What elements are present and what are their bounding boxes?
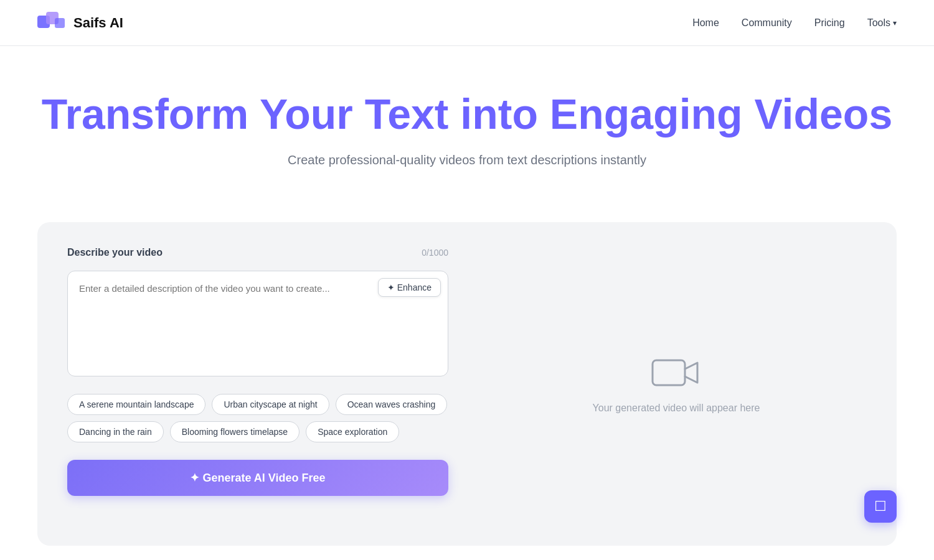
hero-title: Transform Your Text into Engaging Videos: [37, 90, 897, 138]
nav-link-home[interactable]: Home: [692, 17, 719, 28]
chevron-down-icon: ▾: [893, 19, 897, 27]
video-placeholder: Your generated video will appear here: [593, 354, 760, 414]
navbar: Saifs AI Home Community Pricing Tools ▾: [0, 0, 934, 46]
suggestion-chip-mountain[interactable]: A serene mountain landscape: [67, 394, 205, 415]
left-panel: Describe your video 0/1000 ✦ Enhance A s…: [67, 247, 448, 521]
svg-rect-3: [653, 360, 685, 385]
generate-button[interactable]: ✦ Generate AI Video Free: [67, 460, 448, 496]
enhance-label: ✦ Enhance: [387, 282, 432, 292]
main-card: Describe your video 0/1000 ✦ Enhance A s…: [37, 222, 897, 546]
nav-item-home[interactable]: Home: [692, 17, 719, 29]
suggestion-chip-dancing[interactable]: Dancing in the rain: [67, 421, 164, 442]
nav-link-tools[interactable]: Tools ▾: [867, 17, 897, 29]
suggestion-chip-ocean[interactable]: Ocean waves crashing: [336, 394, 448, 415]
video-camera-icon: [651, 354, 701, 391]
char-count: 0/1000: [422, 248, 448, 258]
logo-icon: [37, 12, 67, 34]
suggestions: A serene mountain landscape Urban citysc…: [67, 394, 448, 442]
nav-item-tools[interactable]: Tools ▾: [867, 17, 897, 29]
hero-section: Transform Your Text into Engaging Videos…: [0, 46, 934, 222]
floating-chat-button[interactable]: ☐: [864, 490, 897, 523]
nav-link-community[interactable]: Community: [742, 17, 792, 28]
right-panel: Your generated video will appear here: [486, 247, 867, 521]
placeholder-text: Your generated video will appear here: [593, 403, 760, 414]
svg-rect-2: [55, 18, 65, 28]
textarea-wrapper: ✦ Enhance: [67, 271, 448, 379]
suggestion-chip-cityscape[interactable]: Urban cityscape at night: [212, 394, 329, 415]
suggestion-chip-flowers[interactable]: Blooming flowers timelapse: [170, 421, 300, 442]
chat-icon: ☐: [874, 498, 887, 515]
logo-text: Saifs AI: [73, 15, 123, 31]
textarea-header: Describe your video 0/1000: [67, 247, 448, 258]
describe-label: Describe your video: [67, 247, 163, 258]
logo[interactable]: Saifs AI: [37, 12, 123, 34]
enhance-button[interactable]: ✦ Enhance: [378, 278, 441, 297]
nav-link-pricing[interactable]: Pricing: [814, 17, 845, 28]
generate-label: ✦ Generate AI Video Free: [190, 471, 325, 485]
hero-subtitle: Create professional-quality videos from …: [37, 153, 897, 167]
suggestion-chip-space[interactable]: Space exploration: [306, 421, 399, 442]
nav-item-community[interactable]: Community: [742, 17, 792, 29]
nav-links: Home Community Pricing Tools ▾: [692, 17, 897, 29]
nav-item-pricing[interactable]: Pricing: [814, 17, 845, 29]
